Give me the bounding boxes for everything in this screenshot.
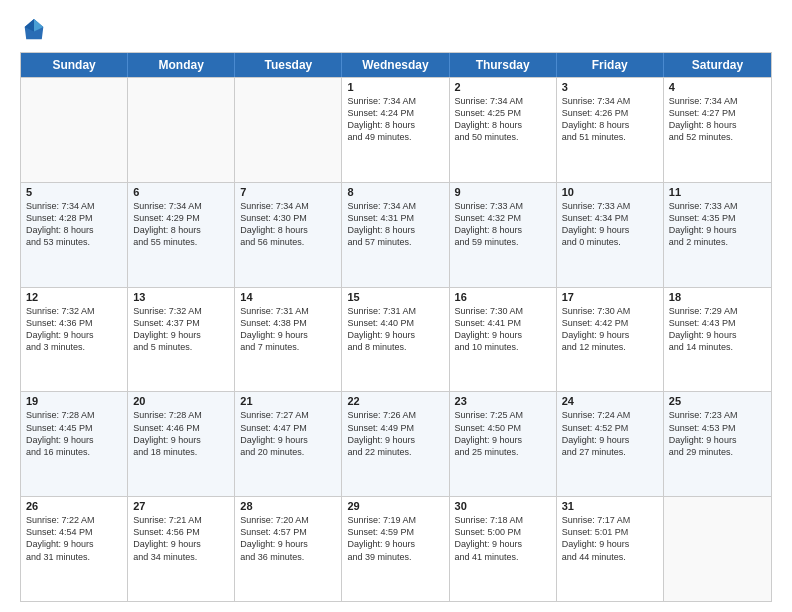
cell-details: Sunrise: 7:32 AM Sunset: 4:36 PM Dayligh… [26, 305, 122, 354]
cal-cell-21: 21Sunrise: 7:27 AM Sunset: 4:47 PM Dayli… [235, 392, 342, 496]
day-number: 14 [240, 291, 336, 303]
cell-details: Sunrise: 7:34 AM Sunset: 4:30 PM Dayligh… [240, 200, 336, 249]
cal-cell-24: 24Sunrise: 7:24 AM Sunset: 4:52 PM Dayli… [557, 392, 664, 496]
cal-cell-23: 23Sunrise: 7:25 AM Sunset: 4:50 PM Dayli… [450, 392, 557, 496]
cal-cell-19: 19Sunrise: 7:28 AM Sunset: 4:45 PM Dayli… [21, 392, 128, 496]
calendar-row-1: 1Sunrise: 7:34 AM Sunset: 4:24 PM Daylig… [21, 77, 771, 182]
header-day-thursday: Thursday [450, 53, 557, 77]
day-number: 23 [455, 395, 551, 407]
cal-cell-25: 25Sunrise: 7:23 AM Sunset: 4:53 PM Dayli… [664, 392, 771, 496]
day-number: 4 [669, 81, 766, 93]
day-number: 28 [240, 500, 336, 512]
day-number: 22 [347, 395, 443, 407]
cal-cell-2: 2Sunrise: 7:34 AM Sunset: 4:25 PM Daylig… [450, 78, 557, 182]
calendar-row-5: 26Sunrise: 7:22 AM Sunset: 4:54 PM Dayli… [21, 496, 771, 601]
cal-cell-empty-0-2 [235, 78, 342, 182]
day-number: 9 [455, 186, 551, 198]
cell-details: Sunrise: 7:29 AM Sunset: 4:43 PM Dayligh… [669, 305, 766, 354]
cell-details: Sunrise: 7:31 AM Sunset: 4:40 PM Dayligh… [347, 305, 443, 354]
cal-cell-14: 14Sunrise: 7:31 AM Sunset: 4:38 PM Dayli… [235, 288, 342, 392]
day-number: 10 [562, 186, 658, 198]
page: SundayMondayTuesdayWednesdayThursdayFrid… [0, 0, 792, 612]
cell-details: Sunrise: 7:34 AM Sunset: 4:31 PM Dayligh… [347, 200, 443, 249]
day-number: 11 [669, 186, 766, 198]
cal-cell-20: 20Sunrise: 7:28 AM Sunset: 4:46 PM Dayli… [128, 392, 235, 496]
cal-cell-empty-0-0 [21, 78, 128, 182]
day-number: 25 [669, 395, 766, 407]
cal-cell-15: 15Sunrise: 7:31 AM Sunset: 4:40 PM Dayli… [342, 288, 449, 392]
day-number: 19 [26, 395, 122, 407]
day-number: 3 [562, 81, 658, 93]
day-number: 7 [240, 186, 336, 198]
cal-cell-8: 8Sunrise: 7:34 AM Sunset: 4:31 PM Daylig… [342, 183, 449, 287]
cell-details: Sunrise: 7:26 AM Sunset: 4:49 PM Dayligh… [347, 409, 443, 458]
calendar-row-3: 12Sunrise: 7:32 AM Sunset: 4:36 PM Dayli… [21, 287, 771, 392]
cal-cell-30: 30Sunrise: 7:18 AM Sunset: 5:00 PM Dayli… [450, 497, 557, 601]
cell-details: Sunrise: 7:17 AM Sunset: 5:01 PM Dayligh… [562, 514, 658, 563]
cell-details: Sunrise: 7:19 AM Sunset: 4:59 PM Dayligh… [347, 514, 443, 563]
cal-cell-4: 4Sunrise: 7:34 AM Sunset: 4:27 PM Daylig… [664, 78, 771, 182]
cal-cell-27: 27Sunrise: 7:21 AM Sunset: 4:56 PM Dayli… [128, 497, 235, 601]
cal-cell-1: 1Sunrise: 7:34 AM Sunset: 4:24 PM Daylig… [342, 78, 449, 182]
cell-details: Sunrise: 7:18 AM Sunset: 5:00 PM Dayligh… [455, 514, 551, 563]
logo-icon [20, 16, 48, 44]
day-number: 15 [347, 291, 443, 303]
calendar-body: 1Sunrise: 7:34 AM Sunset: 4:24 PM Daylig… [21, 77, 771, 601]
cell-details: Sunrise: 7:22 AM Sunset: 4:54 PM Dayligh… [26, 514, 122, 563]
cal-cell-5: 5Sunrise: 7:34 AM Sunset: 4:28 PM Daylig… [21, 183, 128, 287]
cal-cell-empty-0-1 [128, 78, 235, 182]
header-day-friday: Friday [557, 53, 664, 77]
cal-cell-18: 18Sunrise: 7:29 AM Sunset: 4:43 PM Dayli… [664, 288, 771, 392]
day-number: 30 [455, 500, 551, 512]
cell-details: Sunrise: 7:30 AM Sunset: 4:41 PM Dayligh… [455, 305, 551, 354]
header [20, 16, 772, 44]
cal-cell-7: 7Sunrise: 7:34 AM Sunset: 4:30 PM Daylig… [235, 183, 342, 287]
calendar: SundayMondayTuesdayWednesdayThursdayFrid… [20, 52, 772, 602]
calendar-row-2: 5Sunrise: 7:34 AM Sunset: 4:28 PM Daylig… [21, 182, 771, 287]
cal-cell-26: 26Sunrise: 7:22 AM Sunset: 4:54 PM Dayli… [21, 497, 128, 601]
cell-details: Sunrise: 7:34 AM Sunset: 4:28 PM Dayligh… [26, 200, 122, 249]
cell-details: Sunrise: 7:21 AM Sunset: 4:56 PM Dayligh… [133, 514, 229, 563]
cell-details: Sunrise: 7:28 AM Sunset: 4:46 PM Dayligh… [133, 409, 229, 458]
day-number: 31 [562, 500, 658, 512]
cal-cell-6: 6Sunrise: 7:34 AM Sunset: 4:29 PM Daylig… [128, 183, 235, 287]
cal-cell-10: 10Sunrise: 7:33 AM Sunset: 4:34 PM Dayli… [557, 183, 664, 287]
cell-details: Sunrise: 7:25 AM Sunset: 4:50 PM Dayligh… [455, 409, 551, 458]
cell-details: Sunrise: 7:34 AM Sunset: 4:25 PM Dayligh… [455, 95, 551, 144]
cell-details: Sunrise: 7:34 AM Sunset: 4:26 PM Dayligh… [562, 95, 658, 144]
day-number: 26 [26, 500, 122, 512]
header-day-sunday: Sunday [21, 53, 128, 77]
logo [20, 16, 52, 44]
cell-details: Sunrise: 7:34 AM Sunset: 4:29 PM Dayligh… [133, 200, 229, 249]
day-number: 2 [455, 81, 551, 93]
cell-details: Sunrise: 7:23 AM Sunset: 4:53 PM Dayligh… [669, 409, 766, 458]
cal-cell-22: 22Sunrise: 7:26 AM Sunset: 4:49 PM Dayli… [342, 392, 449, 496]
cal-cell-empty-4-6 [664, 497, 771, 601]
cell-details: Sunrise: 7:33 AM Sunset: 4:35 PM Dayligh… [669, 200, 766, 249]
header-day-monday: Monday [128, 53, 235, 77]
header-day-saturday: Saturday [664, 53, 771, 77]
day-number: 16 [455, 291, 551, 303]
day-number: 29 [347, 500, 443, 512]
cal-cell-9: 9Sunrise: 7:33 AM Sunset: 4:32 PM Daylig… [450, 183, 557, 287]
cal-cell-29: 29Sunrise: 7:19 AM Sunset: 4:59 PM Dayli… [342, 497, 449, 601]
day-number: 17 [562, 291, 658, 303]
cell-details: Sunrise: 7:32 AM Sunset: 4:37 PM Dayligh… [133, 305, 229, 354]
day-number: 12 [26, 291, 122, 303]
header-day-wednesday: Wednesday [342, 53, 449, 77]
cal-cell-17: 17Sunrise: 7:30 AM Sunset: 4:42 PM Dayli… [557, 288, 664, 392]
header-day-tuesday: Tuesday [235, 53, 342, 77]
cell-details: Sunrise: 7:27 AM Sunset: 4:47 PM Dayligh… [240, 409, 336, 458]
calendar-header: SundayMondayTuesdayWednesdayThursdayFrid… [21, 53, 771, 77]
cal-cell-31: 31Sunrise: 7:17 AM Sunset: 5:01 PM Dayli… [557, 497, 664, 601]
cal-cell-11: 11Sunrise: 7:33 AM Sunset: 4:35 PM Dayli… [664, 183, 771, 287]
cal-cell-16: 16Sunrise: 7:30 AM Sunset: 4:41 PM Dayli… [450, 288, 557, 392]
calendar-row-4: 19Sunrise: 7:28 AM Sunset: 4:45 PM Dayli… [21, 391, 771, 496]
day-number: 24 [562, 395, 658, 407]
day-number: 21 [240, 395, 336, 407]
day-number: 6 [133, 186, 229, 198]
cal-cell-3: 3Sunrise: 7:34 AM Sunset: 4:26 PM Daylig… [557, 78, 664, 182]
day-number: 5 [26, 186, 122, 198]
cell-details: Sunrise: 7:33 AM Sunset: 4:34 PM Dayligh… [562, 200, 658, 249]
cal-cell-13: 13Sunrise: 7:32 AM Sunset: 4:37 PM Dayli… [128, 288, 235, 392]
